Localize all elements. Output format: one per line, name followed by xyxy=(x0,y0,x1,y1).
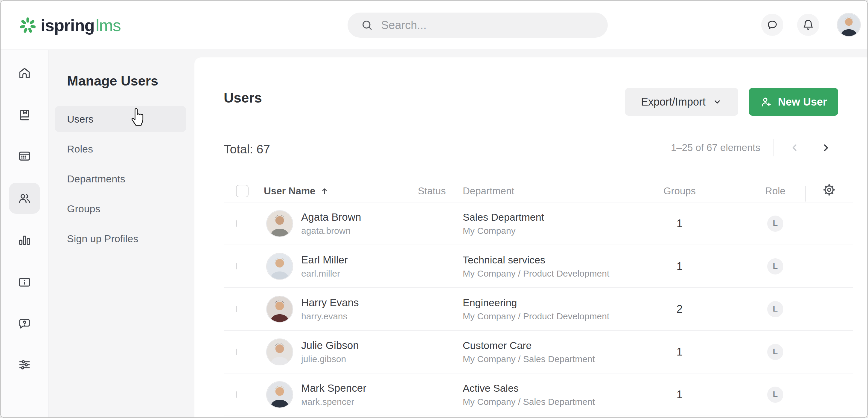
user-avatar[interactable] xyxy=(837,13,861,37)
new-user-button[interactable]: New User xyxy=(749,88,838,116)
gear-icon xyxy=(822,183,836,197)
user-name: Mark Spencer xyxy=(301,382,366,394)
role-badge: L xyxy=(767,216,783,232)
person-plus-icon xyxy=(760,96,773,108)
user-login: harry.evans xyxy=(301,311,359,321)
avatar xyxy=(266,381,293,408)
notifications-button[interactable] xyxy=(797,14,819,36)
search-input[interactable] xyxy=(381,19,572,32)
pagination: 1–25 of 67 elements xyxy=(671,138,835,157)
messages-button[interactable] xyxy=(761,14,783,36)
groups-count: 2 xyxy=(650,303,710,316)
user-name: Julie Gibson xyxy=(301,340,359,351)
brand-name: ispringlms xyxy=(41,15,121,35)
avatar-image xyxy=(837,13,860,36)
role-badge: L xyxy=(767,258,783,275)
department-path: My Company / Product Development xyxy=(463,311,650,321)
department-path: My Company / Sales Department xyxy=(463,397,650,407)
avatar xyxy=(266,296,293,323)
row-checkbox[interactable] xyxy=(236,220,237,227)
groups-count: 1 xyxy=(650,260,710,273)
department-path: My Company xyxy=(463,226,650,236)
sidebar-item-signup-profiles[interactable]: Sign up Profiles xyxy=(55,225,186,252)
users-icon xyxy=(17,191,32,205)
chevron-left-icon xyxy=(789,142,800,153)
rail-users-button[interactable] xyxy=(9,183,40,214)
rail-settings-button[interactable] xyxy=(9,349,40,380)
column-groups[interactable]: Groups xyxy=(650,185,710,197)
avatar xyxy=(266,253,293,280)
manage-users-sidebar: Manage Users Users Roles Departments Gro… xyxy=(49,50,194,417)
chevron-down-icon xyxy=(712,97,722,107)
row-checkbox[interactable] xyxy=(236,391,237,398)
table-header: User Name Status Department Groups Role xyxy=(194,180,867,202)
sidebar-item-groups[interactable]: Groups xyxy=(55,196,186,222)
column-user-name[interactable]: User Name xyxy=(264,185,418,197)
sidebar-item-roles[interactable]: Roles xyxy=(55,136,186,162)
table-row[interactable]: Agata Brownagata.brown Sales DepartmentM… xyxy=(224,202,853,245)
top-bar: ispringlms xyxy=(1,1,867,49)
row-checkbox[interactable] xyxy=(236,306,237,312)
table-row[interactable]: Mark Spencerмark.spencer Active SalesMy … xyxy=(224,374,853,416)
table-row[interactable]: Earl Millerearl.miller Technical service… xyxy=(224,245,853,288)
search-icon xyxy=(361,19,373,31)
app-window: ispringlms xyxy=(0,0,868,418)
department-name: Technical services xyxy=(463,254,650,266)
prev-page-button[interactable] xyxy=(786,139,803,156)
mouse-cursor xyxy=(129,106,148,127)
role-badge: L xyxy=(767,301,783,317)
user-login: agata.brown xyxy=(301,226,361,236)
rail-info-button[interactable] xyxy=(9,267,40,298)
select-all-checkbox[interactable] xyxy=(236,185,249,197)
sliders-icon xyxy=(17,358,32,372)
rail-support-button[interactable] xyxy=(9,308,40,340)
export-import-button[interactable]: Export/Import xyxy=(625,88,738,116)
department-name: Customer Care xyxy=(463,340,650,351)
info-panel-icon xyxy=(17,275,32,289)
avatar xyxy=(266,339,293,365)
bar-chart-icon xyxy=(17,233,32,247)
chevron-right-icon xyxy=(820,142,831,153)
department-name: Active Sales xyxy=(463,382,650,394)
row-checkbox[interactable] xyxy=(236,349,237,355)
column-status[interactable]: Status xyxy=(418,185,463,197)
page-title: Users xyxy=(224,90,262,106)
groups-count: 1 xyxy=(650,388,710,401)
table-row[interactable]: Harry Evansharry.evans EngineeringMy Com… xyxy=(224,288,853,331)
user-login: earl.miller xyxy=(301,268,348,279)
role-badge: L xyxy=(767,344,783,360)
calendar-icon xyxy=(17,149,32,163)
user-name: Agata Brown xyxy=(301,211,361,223)
book-icon xyxy=(17,108,32,122)
rail-calendar-button[interactable] xyxy=(9,140,40,172)
rail-reports-button[interactable] xyxy=(9,225,40,256)
pagination-divider xyxy=(773,139,774,156)
header-divider xyxy=(805,186,806,201)
sort-ascending-icon xyxy=(320,187,329,196)
table-settings-button[interactable] xyxy=(822,183,836,199)
groups-count: 1 xyxy=(650,217,710,230)
department-name: Sales Department xyxy=(463,212,650,223)
user-name: Harry Evans xyxy=(301,297,359,309)
bell-icon xyxy=(802,19,814,31)
department-path: My Company / Product Development xyxy=(463,268,650,279)
user-login: julie.gibson xyxy=(301,354,359,364)
table-body: Agata Brownagata.brown Sales DepartmentM… xyxy=(194,202,867,417)
global-search[interactable] xyxy=(347,12,608,38)
avatar xyxy=(266,210,293,237)
sidebar-item-users[interactable]: Users xyxy=(55,106,186,132)
sidebar-title: Manage Users xyxy=(67,73,158,89)
table-row[interactable]: Julie Gibsonjulie.gibson Customer CareMy… xyxy=(224,331,853,374)
column-department[interactable]: Department xyxy=(463,185,650,197)
rail-home-button[interactable] xyxy=(9,57,40,89)
groups-count: 1 xyxy=(650,346,710,358)
department-path: My Company / Sales Department xyxy=(463,354,650,364)
next-page-button[interactable] xyxy=(817,139,835,156)
column-role[interactable]: Role xyxy=(745,185,805,197)
brand-logo[interactable]: ispringlms xyxy=(19,15,121,35)
row-checkbox[interactable] xyxy=(236,263,237,269)
total-count: Total: 67 xyxy=(224,142,270,156)
pagination-range: 1–25 of 67 elements xyxy=(671,142,760,153)
sidebar-item-departments[interactable]: Departments xyxy=(55,166,186,192)
rail-courses-button[interactable] xyxy=(9,100,40,131)
